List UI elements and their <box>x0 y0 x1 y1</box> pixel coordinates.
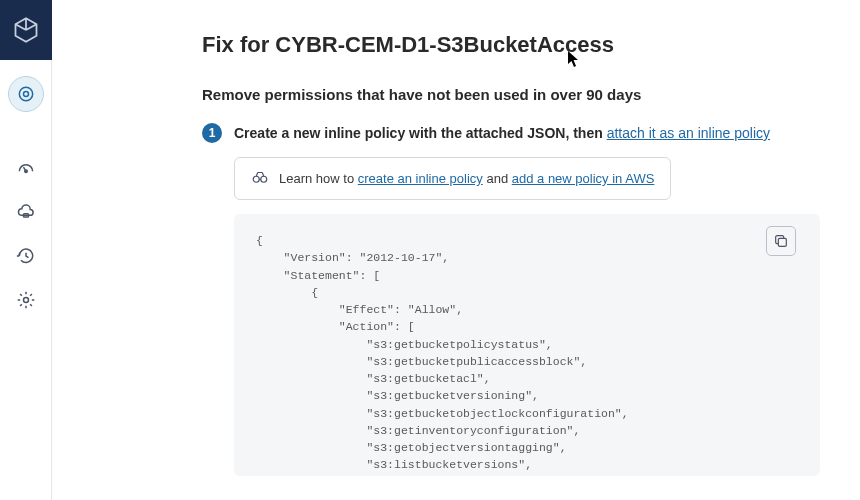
add-policy-aws-link[interactable]: add a new policy in AWS <box>512 171 655 186</box>
binoculars-icon <box>251 168 269 189</box>
svg-point-6 <box>261 176 267 182</box>
code-scroll[interactable]: { "Version": "2012-10-17", "Statement": … <box>234 214 820 476</box>
subtitle: Remove permissions that have not been us… <box>202 86 820 103</box>
step-number-badge: 1 <box>202 123 222 143</box>
brand-logo <box>0 0 52 60</box>
main-content: Fix for CYBR-CEM-D1-S3BucketAccess Remov… <box>52 0 860 500</box>
svg-point-5 <box>253 176 259 182</box>
svg-point-4 <box>23 298 28 303</box>
learn-mid: and <box>483 171 512 186</box>
svg-point-0 <box>19 87 32 100</box>
learn-box: Learn how to create an inline policy and… <box>234 157 671 200</box>
learn-text: Learn how to create an inline policy and… <box>279 171 654 186</box>
copy-icon <box>773 233 789 249</box>
page-title: Fix for CYBR-CEM-D1-S3BucketAccess <box>202 32 820 58</box>
code-block: { "Version": "2012-10-17", "Statement": … <box>234 214 820 476</box>
attach-policy-link[interactable]: attach it as an inline policy <box>607 125 770 141</box>
policy-json: { "Version": "2012-10-17", "Statement": … <box>256 232 774 476</box>
nav-history-icon[interactable] <box>8 238 44 274</box>
step-text: Create a new inline policy with the atta… <box>234 123 770 143</box>
svg-point-1 <box>23 92 28 97</box>
nav-gauge-icon[interactable] <box>8 150 44 186</box>
copy-button[interactable] <box>766 226 796 256</box>
step-prefix: Create a new inline policy with the atta… <box>234 125 607 141</box>
create-inline-policy-link[interactable]: create an inline policy <box>358 171 483 186</box>
nav-cloud-icon[interactable] <box>8 194 44 230</box>
nav-settings-icon[interactable] <box>8 282 44 318</box>
step-row: 1 Create a new inline policy with the at… <box>202 123 820 143</box>
side-rail <box>0 0 52 500</box>
learn-prefix: Learn how to <box>279 171 358 186</box>
svg-rect-7 <box>778 238 786 246</box>
nav-target-icon[interactable] <box>8 76 44 112</box>
